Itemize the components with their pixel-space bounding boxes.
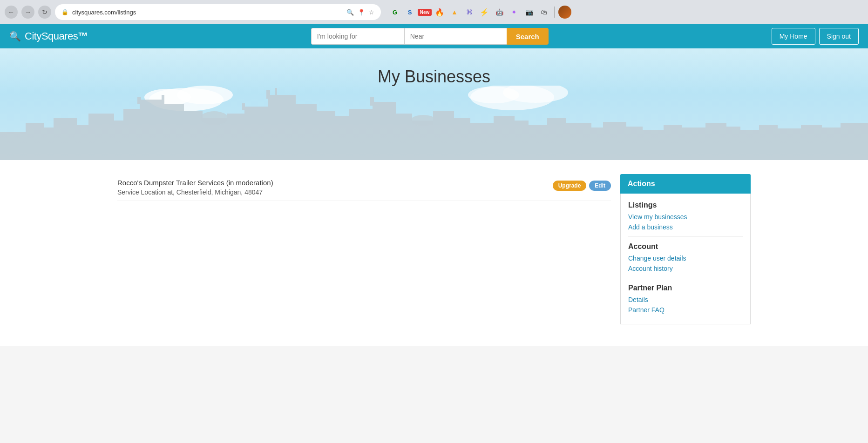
logo-area: 🔍 CitySquares™	[9, 30, 88, 42]
svg-rect-6	[0, 132, 28, 160]
svg-rect-31	[373, 102, 396, 160]
svg-rect-22	[244, 107, 270, 160]
svg-rect-42	[547, 118, 566, 160]
svg-point-5	[468, 87, 519, 103]
extension-icons: G S New 🔥 ▲ ⌘ ⚡ 🤖 ✦ 📷 🛍	[388, 6, 571, 19]
svg-rect-27	[293, 104, 317, 160]
camp-icon[interactable]: 🔥	[433, 6, 446, 19]
business-location: Service Location at, Chesterfield, Michi…	[117, 188, 553, 196]
robot-icon[interactable]: 🤖	[493, 6, 506, 19]
svg-rect-34	[411, 121, 436, 160]
business-badges: Upgrade Edit	[553, 181, 611, 191]
svg-rect-54	[775, 128, 803, 160]
app-header: 🔍 CitySquares™ Search My Home Sign out	[0, 24, 868, 48]
page-title: My Businesses	[378, 67, 490, 87]
svg-rect-25	[266, 90, 270, 99]
sign-out-button[interactable]: Sign out	[819, 28, 859, 45]
logo-text: CitySquares™	[25, 30, 88, 42]
edit-button[interactable]: Edit	[589, 181, 611, 191]
url-text: citysquares.com/listings	[72, 9, 343, 16]
new-ext-icon[interactable]: New	[418, 6, 431, 19]
grammarly-icon[interactable]: G	[388, 6, 401, 19]
upgrade-button[interactable]: Upgrade	[553, 181, 587, 191]
svg-rect-46	[624, 127, 643, 160]
svg-rect-52	[738, 130, 761, 160]
svg-rect-40	[512, 121, 529, 160]
svg-rect-55	[801, 125, 822, 160]
svg-rect-49	[680, 128, 708, 160]
sidebar: Actions Listings View my businesses Add …	[620, 174, 751, 324]
svg-rect-57	[841, 123, 868, 160]
logo-bold: City	[25, 30, 41, 42]
sidebar-section-listings: Listings	[628, 201, 743, 209]
svg-rect-15	[137, 97, 141, 104]
svg-rect-21	[227, 114, 246, 160]
svg-point-20	[200, 111, 228, 125]
svg-rect-51	[724, 127, 740, 160]
logo-light: Squares	[41, 30, 78, 42]
header-nav: My Home Sign out	[772, 28, 859, 45]
sidebar-divider-2	[628, 278, 743, 278]
svg-point-35	[411, 115, 436, 126]
svg-rect-9	[54, 118, 77, 160]
view-my-businesses-link[interactable]: View my businesses	[628, 213, 743, 221]
location-pin-icon: 📍	[358, 9, 365, 16]
back-button[interactable]: ←	[5, 6, 18, 19]
svg-rect-45	[603, 122, 626, 160]
search-near-input[interactable]	[404, 28, 507, 45]
partner-plan-details-link[interactable]: Details	[628, 296, 743, 303]
bolt-icon[interactable]: ⚡	[478, 6, 491, 19]
svg-rect-39	[494, 116, 515, 160]
svg-rect-7	[26, 123, 44, 160]
sidebar-body: Listings View my businesses Add a busine…	[620, 194, 751, 324]
svg-rect-56	[820, 128, 843, 160]
address-bar[interactable]: 🔒 citysquares.com/listings 🔍 📍 ☆	[55, 4, 381, 20]
instagram-icon[interactable]: 📷	[522, 6, 536, 19]
svg-rect-30	[349, 109, 375, 160]
svg-rect-23	[242, 103, 245, 110]
main-content: Rocco's Dumpster Trailer Services (in mo…	[108, 160, 760, 338]
search-looking-input[interactable]	[311, 28, 404, 45]
svg-rect-47	[640, 130, 666, 160]
business-row: Rocco's Dumpster Trailer Services (in mo…	[117, 174, 611, 201]
hero-banner: My Businesses	[0, 48, 868, 160]
search-magnify-icon: 🔍	[346, 9, 354, 16]
store-icon[interactable]: S	[403, 6, 416, 19]
svg-rect-28	[314, 111, 335, 160]
svg-rect-24	[268, 95, 296, 160]
sidebar-divider-1	[628, 236, 743, 237]
svg-rect-13	[123, 109, 142, 160]
business-info: Rocco's Dumpster Trailer Services (in mo…	[117, 179, 553, 196]
account-history-link[interactable]: Account history	[628, 265, 743, 272]
bag-icon[interactable]: 🛍	[537, 6, 550, 19]
profile-avatar[interactable]	[558, 6, 571, 19]
refresh-button[interactable]: ↻	[38, 6, 51, 19]
my-home-button[interactable]: My Home	[772, 28, 815, 45]
svg-rect-38	[468, 123, 496, 160]
search-button[interactable]: Search	[507, 28, 549, 45]
svg-rect-10	[75, 125, 91, 160]
svg-rect-50	[705, 123, 726, 160]
svg-rect-33	[393, 114, 412, 160]
svg-rect-36	[433, 111, 454, 160]
svg-rect-18	[182, 111, 203, 160]
triangle-icon[interactable]: ▲	[448, 6, 461, 19]
svg-rect-26	[275, 88, 277, 97]
sidebar-section-partner-plan: Partner Plan	[628, 284, 743, 292]
new-badge: New	[418, 9, 432, 16]
svg-rect-43	[563, 123, 591, 160]
svg-rect-17	[161, 104, 184, 160]
svg-rect-16	[162, 95, 164, 104]
sparkle-icon[interactable]: ✦	[508, 6, 521, 19]
svg-rect-14	[140, 100, 163, 160]
browser-chrome: ← → ↻ 🔒 citysquares.com/listings 🔍 📍 ☆ G…	[0, 0, 868, 24]
sidebar-header: Actions	[620, 174, 751, 194]
logo-icon: 🔍	[9, 31, 21, 42]
partner-faq-link[interactable]: Partner FAQ	[628, 306, 743, 314]
change-user-details-link[interactable]: Change user details	[628, 255, 743, 262]
svg-rect-48	[664, 125, 682, 160]
translate-icon[interactable]: ⌘	[463, 6, 476, 19]
svg-rect-53	[759, 125, 778, 160]
add-business-link[interactable]: Add a business	[628, 223, 743, 231]
forward-button[interactable]: →	[21, 6, 34, 19]
